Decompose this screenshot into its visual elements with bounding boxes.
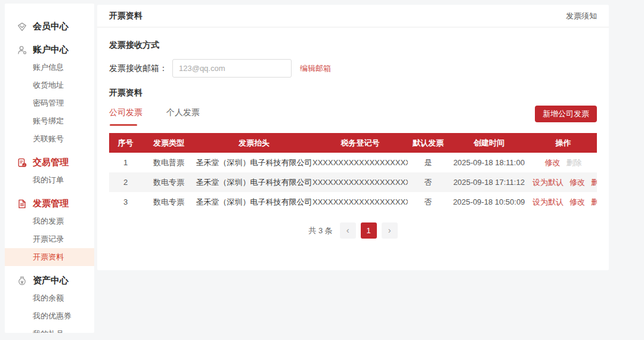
sidebar-item-account-binding[interactable]: 账号绑定 — [5, 112, 94, 130]
invoice-notice-link[interactable]: 发票须知 — [566, 11, 597, 21]
next-page-button[interactable]: › — [382, 222, 398, 239]
column-header-invoice-title: 发票抬头 — [196, 133, 312, 153]
edit-email-link[interactable]: 编辑邮箱 — [300, 63, 331, 74]
cell-created-time: 2025-09-18 10:50:09 — [448, 192, 530, 212]
cell-invoice-type: 数电专票 — [142, 192, 196, 212]
sidebar-item-my-balance[interactable]: 我的余额 — [5, 289, 94, 307]
sidebar: 会员中心 账户中心 账户信息 收货地址 密码管理 账号绑定 关联账号 交易管理 … — [5, 4, 94, 333]
main-content: 发票接收方式 发票接收邮箱： 编辑邮箱 开票资料 公司发票 个人发票 新增公司发… — [97, 27, 609, 239]
cell-tax-no: XXXXXXXXXXXXXXXXXXX — [312, 153, 408, 172]
cell-default: 否 — [408, 172, 448, 192]
email-row: 发票接收邮箱： 编辑邮箱 — [109, 59, 597, 78]
column-header-invoice-type: 发票类型 — [142, 133, 196, 153]
sidebar-group-invoice-management[interactable]: 发票管理 — [5, 195, 94, 212]
sidebar-group-label: 发票管理 — [33, 198, 69, 209]
invoice-info-title: 开票资料 — [109, 88, 597, 98]
set-default-link[interactable]: 设为默认 — [532, 178, 564, 187]
sidebar-group-asset-center[interactable]: 资产中心 — [5, 272, 94, 289]
sidebar-item-password-management[interactable]: 密码管理 — [5, 94, 94, 112]
pagination-total: 共 3 条 — [308, 225, 332, 236]
cell-actions: 设为默认修改删除 — [530, 192, 597, 212]
cell-default: 否 — [408, 192, 448, 212]
cell-serial: 2 — [109, 172, 142, 192]
sidebar-item-my-invoices[interactable]: 我的发票 — [5, 212, 94, 230]
receive-method-title: 发票接收方式 — [109, 40, 597, 51]
sidebar-group-label: 资产中心 — [33, 275, 69, 286]
pagination: 共 3 条 ‹ 1 › — [109, 222, 597, 239]
trade-doc-icon — [17, 157, 27, 168]
email-input[interactable] — [172, 59, 292, 78]
modify-link[interactable]: 修改 — [569, 178, 585, 187]
sidebar-item-my-gifts[interactable]: 我的礼品 — [5, 325, 94, 333]
sidebar-group-label: 会员中心 — [33, 21, 69, 32]
user-icon — [17, 45, 27, 55]
cell-actions: 设为默认修改删除 — [530, 172, 597, 192]
cell-tax-no: XXXXXXXXXXXXXXXXXXX — [312, 192, 408, 212]
delete-link[interactable]: 删除 — [591, 178, 597, 187]
tab-company-invoice[interactable]: 公司发票 — [109, 107, 143, 126]
cell-invoice-type: 数电普票 — [142, 153, 196, 172]
gem-icon — [17, 21, 27, 32]
cell-created-time: 2025-09-18 18:11:00 — [448, 153, 530, 172]
sidebar-group-trade-management[interactable]: 交易管理 — [5, 154, 94, 171]
cell-invoice-title: 圣禾堂（深圳）电子科技有限公司 — [196, 172, 312, 192]
add-company-invoice-button[interactable]: 新增公司发票 — [535, 106, 597, 122]
cell-actions: 修改删除 — [530, 153, 597, 172]
current-page-button[interactable]: 1 — [361, 222, 377, 239]
cell-invoice-type: 数电专票 — [142, 172, 196, 192]
table-row: 2 数电专票 圣禾堂（深圳）电子科技有限公司 XXXXXXXXXXXXXXXXX… — [109, 172, 597, 192]
column-header-tax-no: 税务登记号 — [312, 133, 408, 153]
tabs: 公司发票 个人发票 — [109, 107, 200, 126]
sidebar-group-member-center[interactable]: 会员中心 — [5, 18, 94, 35]
set-default-link[interactable]: 设为默认 — [532, 197, 564, 206]
column-header-default: 默认发票 — [408, 133, 448, 153]
table-row: 3 数电专票 圣禾堂（深圳）电子科技有限公司 XXXXXXXXXXXXXXXXX… — [109, 192, 597, 212]
page-title: 开票资料 — [109, 11, 143, 21]
main-panel: 开票资料 发票须知 发票接收方式 发票接收邮箱： 编辑邮箱 开票资料 公司发票 … — [97, 5, 609, 270]
table-header-row: 序号 发票类型 发票抬头 税务登记号 默认发票 创建时间 操作 — [109, 133, 597, 153]
sidebar-item-linked-accounts[interactable]: 关联账号 — [5, 130, 94, 148]
main-header: 开票资料 发票须知 — [97, 5, 609, 27]
column-header-created-time: 创建时间 — [448, 133, 530, 153]
delete-link[interactable]: 删除 — [591, 197, 597, 206]
sidebar-item-account-info[interactable]: 账户信息 — [5, 58, 94, 76]
cell-invoice-title: 圣禾堂（深圳）电子科技有限公司 — [196, 192, 312, 212]
sidebar-item-invoice-records[interactable]: 开票记录 — [5, 230, 94, 248]
money-bag-icon — [17, 276, 27, 286]
column-header-actions: 操作 — [530, 133, 597, 153]
sidebar-item-invoice-info[interactable]: 开票资料 — [5, 248, 94, 266]
tabs-bar: 公司发票 个人发票 新增公司发票 — [109, 106, 597, 126]
sidebar-group-label: 账户中心 — [33, 44, 69, 55]
sidebar-item-my-coupons[interactable]: 我的优惠券 — [5, 307, 94, 325]
tab-personal-invoice[interactable]: 个人发票 — [166, 107, 200, 126]
delete-link-disabled: 删除 — [566, 158, 582, 167]
cell-tax-no: XXXXXXXXXXXXXXXXXXX — [312, 172, 408, 192]
cell-serial: 3 — [109, 192, 142, 212]
cell-invoice-title: 圣禾堂（深圳）电子科技有限公司 — [196, 153, 312, 172]
cell-created-time: 2025-09-18 17:11:12 — [448, 172, 530, 192]
table-row: 1 数电普票 圣禾堂（深圳）电子科技有限公司 XXXXXXXXXXXXXXXXX… — [109, 153, 597, 172]
prev-page-button[interactable]: ‹ — [340, 222, 356, 239]
invoice-table: 序号 发票类型 发票抬头 税务登记号 默认发票 创建时间 操作 1 数电普票 圣… — [109, 133, 597, 212]
email-label: 发票接收邮箱： — [109, 63, 168, 74]
invoice-doc-icon — [17, 199, 27, 209]
sidebar-item-shipping-address[interactable]: 收货地址 — [5, 76, 94, 94]
column-header-serial: 序号 — [109, 133, 142, 153]
modify-link[interactable]: 修改 — [545, 158, 561, 167]
sidebar-group-account-center[interactable]: 账户中心 — [5, 41, 94, 58]
modify-link[interactable]: 修改 — [569, 197, 585, 206]
sidebar-group-label: 交易管理 — [33, 157, 69, 168]
cell-serial: 1 — [109, 153, 142, 172]
sidebar-item-my-orders[interactable]: 我的订单 — [5, 171, 94, 189]
cell-default: 是 — [408, 153, 448, 172]
